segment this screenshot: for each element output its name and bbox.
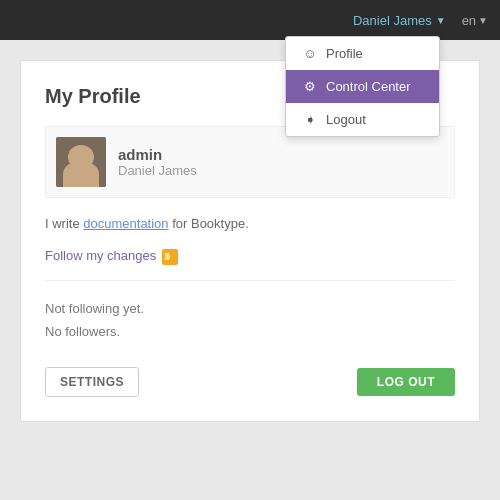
language-selector[interactable]: en ▼: [462, 13, 488, 28]
navbar: Daniel James ▼ en ▼ ☺ Profile ⚙ Control …: [0, 0, 500, 40]
lang-dropdown-arrow: ▼: [478, 15, 488, 26]
profile-title-prefix: My: [45, 85, 78, 107]
dropdown-item-control-center[interactable]: ⚙ Control Center: [286, 70, 439, 103]
card-footer: SETTINGS LOG OUT: [45, 367, 455, 397]
gear-icon: ⚙: [302, 79, 318, 94]
no-followers-text: No followers.: [45, 320, 455, 343]
dropdown-item-profile[interactable]: ☺ Profile: [286, 37, 439, 70]
follow-link[interactable]: Follow my changes: [45, 248, 156, 263]
person-icon: ☺: [302, 46, 318, 61]
logout-icon: ➧: [302, 112, 318, 127]
user-names: admin Daniel James: [118, 146, 197, 178]
avatar: [56, 137, 106, 187]
rss-icon: [162, 249, 178, 265]
username-label: admin: [118, 146, 197, 163]
profile-divider: [45, 280, 455, 281]
user-dropdown-menu: ☺ Profile ⚙ Control Center ➧ Logout: [285, 36, 440, 137]
follow-row: Follow my changes: [45, 248, 455, 264]
not-following-text: Not following yet.: [45, 297, 455, 320]
navbar-username: Daniel James: [353, 13, 432, 28]
navbar-right: Daniel James ▼ en ▼: [353, 13, 488, 28]
dropdown-item-logout[interactable]: ➧ Logout: [286, 103, 439, 136]
avatar-image: [56, 137, 106, 187]
user-menu-trigger[interactable]: Daniel James ▼: [353, 13, 446, 28]
settings-button[interactable]: SETTINGS: [45, 367, 139, 397]
bio-link[interactable]: documentation: [83, 216, 168, 231]
dropdown-logout-label: Logout: [326, 112, 366, 127]
profile-title-bold: Profile: [78, 85, 140, 107]
dropdown-control-center-label: Control Center: [326, 79, 411, 94]
fullname-label: Daniel James: [118, 163, 197, 178]
user-dropdown-arrow: ▼: [436, 15, 446, 26]
following-status: Not following yet. No followers.: [45, 297, 455, 344]
logout-button[interactable]: LOG OUT: [357, 368, 455, 396]
bio-text: I write documentation for Booktype.: [45, 214, 455, 234]
language-label: en: [462, 13, 476, 28]
dropdown-profile-label: Profile: [326, 46, 363, 61]
